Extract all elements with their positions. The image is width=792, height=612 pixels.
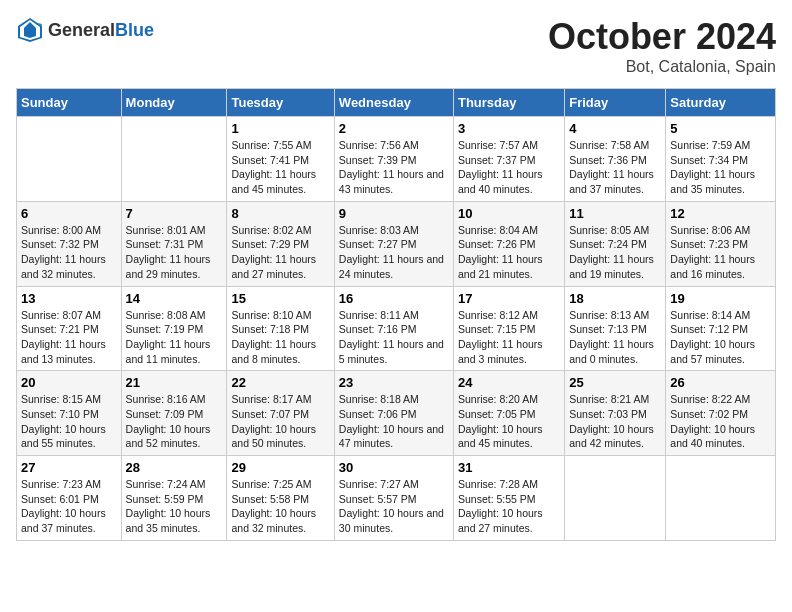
logo-icon bbox=[16, 16, 44, 44]
calendar-cell: 8Sunrise: 8:02 AM Sunset: 7:29 PM Daylig… bbox=[227, 201, 334, 286]
day-info: Sunrise: 7:25 AM Sunset: 5:58 PM Dayligh… bbox=[231, 477, 329, 536]
day-info: Sunrise: 8:21 AM Sunset: 7:03 PM Dayligh… bbox=[569, 392, 661, 451]
day-number: 6 bbox=[21, 206, 117, 221]
day-number: 2 bbox=[339, 121, 449, 136]
day-info: Sunrise: 7:57 AM Sunset: 7:37 PM Dayligh… bbox=[458, 138, 560, 197]
calendar-cell: 19Sunrise: 8:14 AM Sunset: 7:12 PM Dayli… bbox=[666, 286, 776, 371]
day-info: Sunrise: 8:06 AM Sunset: 7:23 PM Dayligh… bbox=[670, 223, 771, 282]
day-number: 12 bbox=[670, 206, 771, 221]
calendar-week-row: 6Sunrise: 8:00 AM Sunset: 7:32 PM Daylig… bbox=[17, 201, 776, 286]
calendar-header-row: SundayMondayTuesdayWednesdayThursdayFrid… bbox=[17, 89, 776, 117]
day-number: 7 bbox=[126, 206, 223, 221]
day-number: 22 bbox=[231, 375, 329, 390]
logo: GeneralBlue bbox=[16, 16, 154, 44]
calendar-location: Bot, Catalonia, Spain bbox=[548, 58, 776, 76]
calendar-cell bbox=[17, 117, 122, 202]
day-number: 25 bbox=[569, 375, 661, 390]
day-info: Sunrise: 8:05 AM Sunset: 7:24 PM Dayligh… bbox=[569, 223, 661, 282]
day-number: 28 bbox=[126, 460, 223, 475]
day-number: 19 bbox=[670, 291, 771, 306]
day-info: Sunrise: 7:28 AM Sunset: 5:55 PM Dayligh… bbox=[458, 477, 560, 536]
logo-general: General bbox=[48, 20, 115, 40]
calendar-cell: 17Sunrise: 8:12 AM Sunset: 7:15 PM Dayli… bbox=[453, 286, 564, 371]
calendar-cell: 31Sunrise: 7:28 AM Sunset: 5:55 PM Dayli… bbox=[453, 456, 564, 541]
page-header: GeneralBlue October 2024 Bot, Catalonia,… bbox=[16, 16, 776, 76]
calendar-cell: 28Sunrise: 7:24 AM Sunset: 5:59 PM Dayli… bbox=[121, 456, 227, 541]
day-number: 27 bbox=[21, 460, 117, 475]
day-info: Sunrise: 8:00 AM Sunset: 7:32 PM Dayligh… bbox=[21, 223, 117, 282]
calendar-cell: 1Sunrise: 7:55 AM Sunset: 7:41 PM Daylig… bbox=[227, 117, 334, 202]
day-info: Sunrise: 8:16 AM Sunset: 7:09 PM Dayligh… bbox=[126, 392, 223, 451]
day-number: 24 bbox=[458, 375, 560, 390]
calendar-cell: 2Sunrise: 7:56 AM Sunset: 7:39 PM Daylig… bbox=[334, 117, 453, 202]
calendar-cell bbox=[565, 456, 666, 541]
day-of-week-header: Wednesday bbox=[334, 89, 453, 117]
day-number: 9 bbox=[339, 206, 449, 221]
day-number: 18 bbox=[569, 291, 661, 306]
day-number: 4 bbox=[569, 121, 661, 136]
calendar-cell: 6Sunrise: 8:00 AM Sunset: 7:32 PM Daylig… bbox=[17, 201, 122, 286]
day-info: Sunrise: 8:14 AM Sunset: 7:12 PM Dayligh… bbox=[670, 308, 771, 367]
day-info: Sunrise: 7:55 AM Sunset: 7:41 PM Dayligh… bbox=[231, 138, 329, 197]
day-of-week-header: Sunday bbox=[17, 89, 122, 117]
calendar-cell: 13Sunrise: 8:07 AM Sunset: 7:21 PM Dayli… bbox=[17, 286, 122, 371]
day-info: Sunrise: 8:03 AM Sunset: 7:27 PM Dayligh… bbox=[339, 223, 449, 282]
day-of-week-header: Tuesday bbox=[227, 89, 334, 117]
calendar-cell: 22Sunrise: 8:17 AM Sunset: 7:07 PM Dayli… bbox=[227, 371, 334, 456]
day-info: Sunrise: 8:20 AM Sunset: 7:05 PM Dayligh… bbox=[458, 392, 560, 451]
calendar-cell: 25Sunrise: 8:21 AM Sunset: 7:03 PM Dayli… bbox=[565, 371, 666, 456]
calendar-cell: 5Sunrise: 7:59 AM Sunset: 7:34 PM Daylig… bbox=[666, 117, 776, 202]
calendar-cell: 24Sunrise: 8:20 AM Sunset: 7:05 PM Dayli… bbox=[453, 371, 564, 456]
day-of-week-header: Monday bbox=[121, 89, 227, 117]
day-of-week-header: Friday bbox=[565, 89, 666, 117]
day-number: 31 bbox=[458, 460, 560, 475]
day-of-week-header: Thursday bbox=[453, 89, 564, 117]
day-info: Sunrise: 7:58 AM Sunset: 7:36 PM Dayligh… bbox=[569, 138, 661, 197]
day-number: 15 bbox=[231, 291, 329, 306]
calendar-cell: 16Sunrise: 8:11 AM Sunset: 7:16 PM Dayli… bbox=[334, 286, 453, 371]
day-number: 30 bbox=[339, 460, 449, 475]
day-number: 17 bbox=[458, 291, 560, 306]
day-number: 23 bbox=[339, 375, 449, 390]
logo-text: GeneralBlue bbox=[48, 20, 154, 41]
day-info: Sunrise: 8:07 AM Sunset: 7:21 PM Dayligh… bbox=[21, 308, 117, 367]
day-info: Sunrise: 8:11 AM Sunset: 7:16 PM Dayligh… bbox=[339, 308, 449, 367]
calendar-cell bbox=[666, 456, 776, 541]
day-number: 13 bbox=[21, 291, 117, 306]
day-number: 5 bbox=[670, 121, 771, 136]
calendar-cell: 18Sunrise: 8:13 AM Sunset: 7:13 PM Dayli… bbox=[565, 286, 666, 371]
day-info: Sunrise: 8:15 AM Sunset: 7:10 PM Dayligh… bbox=[21, 392, 117, 451]
day-info: Sunrise: 7:59 AM Sunset: 7:34 PM Dayligh… bbox=[670, 138, 771, 197]
day-number: 16 bbox=[339, 291, 449, 306]
calendar-cell: 26Sunrise: 8:22 AM Sunset: 7:02 PM Dayli… bbox=[666, 371, 776, 456]
day-info: Sunrise: 7:23 AM Sunset: 6:01 PM Dayligh… bbox=[21, 477, 117, 536]
logo-blue: Blue bbox=[115, 20, 154, 40]
day-number: 1 bbox=[231, 121, 329, 136]
day-number: 11 bbox=[569, 206, 661, 221]
calendar-cell: 14Sunrise: 8:08 AM Sunset: 7:19 PM Dayli… bbox=[121, 286, 227, 371]
day-info: Sunrise: 7:24 AM Sunset: 5:59 PM Dayligh… bbox=[126, 477, 223, 536]
day-info: Sunrise: 8:18 AM Sunset: 7:06 PM Dayligh… bbox=[339, 392, 449, 451]
day-number: 26 bbox=[670, 375, 771, 390]
day-info: Sunrise: 8:22 AM Sunset: 7:02 PM Dayligh… bbox=[670, 392, 771, 451]
calendar-title: October 2024 bbox=[548, 16, 776, 58]
day-info: Sunrise: 7:27 AM Sunset: 5:57 PM Dayligh… bbox=[339, 477, 449, 536]
calendar-cell: 27Sunrise: 7:23 AM Sunset: 6:01 PM Dayli… bbox=[17, 456, 122, 541]
calendar-cell: 11Sunrise: 8:05 AM Sunset: 7:24 PM Dayli… bbox=[565, 201, 666, 286]
calendar-cell: 4Sunrise: 7:58 AM Sunset: 7:36 PM Daylig… bbox=[565, 117, 666, 202]
calendar-week-row: 1Sunrise: 7:55 AM Sunset: 7:41 PM Daylig… bbox=[17, 117, 776, 202]
calendar-week-row: 20Sunrise: 8:15 AM Sunset: 7:10 PM Dayli… bbox=[17, 371, 776, 456]
calendar-week-row: 27Sunrise: 7:23 AM Sunset: 6:01 PM Dayli… bbox=[17, 456, 776, 541]
day-info: Sunrise: 7:56 AM Sunset: 7:39 PM Dayligh… bbox=[339, 138, 449, 197]
day-number: 8 bbox=[231, 206, 329, 221]
day-info: Sunrise: 8:08 AM Sunset: 7:19 PM Dayligh… bbox=[126, 308, 223, 367]
day-number: 29 bbox=[231, 460, 329, 475]
calendar-cell: 9Sunrise: 8:03 AM Sunset: 7:27 PM Daylig… bbox=[334, 201, 453, 286]
calendar-cell: 20Sunrise: 8:15 AM Sunset: 7:10 PM Dayli… bbox=[17, 371, 122, 456]
day-number: 20 bbox=[21, 375, 117, 390]
day-info: Sunrise: 8:04 AM Sunset: 7:26 PM Dayligh… bbox=[458, 223, 560, 282]
day-number: 3 bbox=[458, 121, 560, 136]
calendar-cell: 30Sunrise: 7:27 AM Sunset: 5:57 PM Dayli… bbox=[334, 456, 453, 541]
day-of-week-header: Saturday bbox=[666, 89, 776, 117]
calendar-cell: 21Sunrise: 8:16 AM Sunset: 7:09 PM Dayli… bbox=[121, 371, 227, 456]
